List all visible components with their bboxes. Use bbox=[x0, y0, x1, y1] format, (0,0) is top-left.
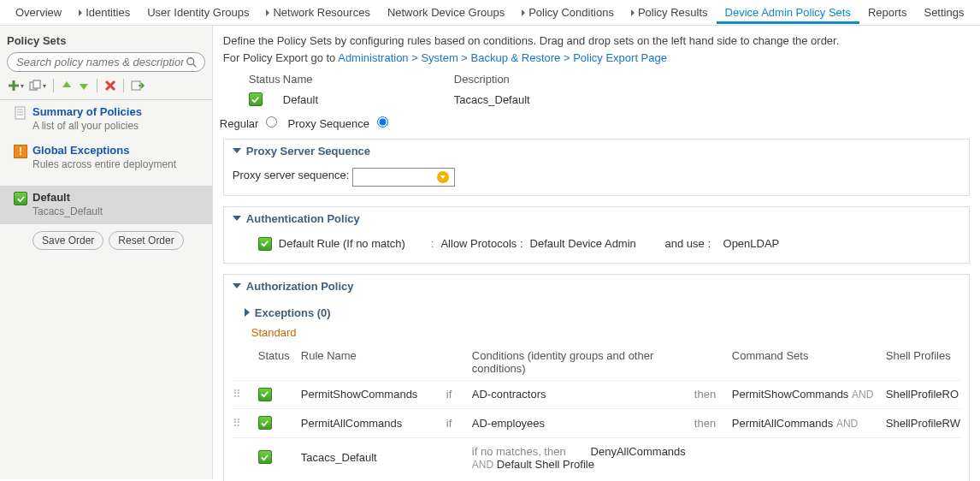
th-desc: Description bbox=[454, 73, 970, 86]
radio-proxy[interactable] bbox=[377, 116, 388, 128]
svg-line-1 bbox=[193, 63, 197, 67]
radio-regular[interactable] bbox=[266, 116, 277, 128]
row-desc: Tacacs_Default bbox=[454, 93, 970, 106]
radio-proxy-label[interactable]: Proxy Sequence bbox=[288, 117, 391, 130]
proxy-panel: Proxy Server Sequence Proxy server seque… bbox=[223, 139, 970, 196]
nav-policy-results[interactable]: Policy Results bbox=[623, 3, 717, 22]
proxy-panel-header[interactable]: Proxy Server Sequence bbox=[224, 140, 969, 163]
rule-shell: ShellProfileRO bbox=[886, 388, 960, 401]
rule-shell: ShellProfileRW bbox=[886, 417, 960, 430]
dropdown-icon bbox=[437, 171, 449, 183]
svg-rect-9 bbox=[15, 107, 25, 119]
radio-regular-label[interactable]: Regular bbox=[220, 117, 280, 130]
caret-right-icon bbox=[631, 9, 635, 16]
default-title: Default bbox=[32, 191, 204, 204]
reset-order-button[interactable]: Reset Order bbox=[109, 231, 183, 250]
rule-name: Tacacs_Default bbox=[301, 451, 446, 464]
rule-name: PermitAllCommands bbox=[301, 417, 446, 430]
rule-cmd: PermitShowCommands bbox=[732, 388, 849, 401]
sidebar-toolbar: ▾ ▾ bbox=[0, 77, 212, 100]
save-order-button[interactable]: Save Order bbox=[32, 231, 103, 250]
authn-protocol: Default Device Admin bbox=[530, 237, 658, 250]
proxy-seq-select[interactable] bbox=[352, 168, 455, 187]
default-sub: Tacacs_Default bbox=[32, 205, 204, 217]
authz-row: ⠿ PermitShowCommands if AD-contractors t… bbox=[233, 380, 960, 409]
th-status: Status bbox=[223, 73, 283, 86]
authn-allow-label: Allow Protocols : bbox=[440, 237, 522, 250]
main-content: Define the Policy Sets by configuring ru… bbox=[213, 26, 980, 481]
nav-reports[interactable]: Reports bbox=[859, 3, 916, 22]
caret-right-icon bbox=[522, 9, 525, 16]
authz-exceptions[interactable]: Exceptions (0) bbox=[233, 303, 960, 324]
nav-network-resources[interactable]: Network Resources bbox=[257, 3, 378, 22]
nav-identities[interactable]: Identities bbox=[70, 3, 139, 22]
nav-device-admin-policy-sets[interactable]: Device Admin Policy Sets bbox=[717, 3, 859, 24]
nav-settings[interactable]: Settings bbox=[915, 3, 972, 22]
description: Define the Policy Sets by configuring ru… bbox=[223, 33, 970, 66]
sidebar-global-exceptions[interactable]: ! Global Exceptions Rules across entire … bbox=[0, 139, 212, 177]
check-icon bbox=[14, 192, 27, 206]
search-input[interactable] bbox=[15, 55, 186, 69]
caret-right-icon bbox=[266, 9, 269, 16]
authn-panel-header[interactable]: Authentication Policy bbox=[224, 207, 969, 230]
rule-cond: AD-employees bbox=[472, 417, 694, 430]
row-name: Default bbox=[283, 93, 454, 106]
sidebar: Policy Sets ▾ ▾ Summary of Policies A li… bbox=[0, 26, 213, 479]
top-nav: Overview Identities User Identity Groups… bbox=[0, 0, 980, 26]
sidebar-summary[interactable]: Summary of Policies A list of all your p… bbox=[0, 100, 212, 139]
submit-button[interactable] bbox=[131, 80, 145, 92]
nav-user-identity-groups[interactable]: User Identity Groups bbox=[139, 3, 257, 22]
global-sub: Rules across entire deployment bbox=[32, 158, 204, 170]
policy-export-link[interactable]: Administration > System > Backup & Resto… bbox=[338, 51, 667, 64]
authz-default-row: Tacacs_Default if no matches, then DenyA… bbox=[233, 437, 960, 478]
authz-panel: Authorization Policy Exceptions (0) Stan… bbox=[223, 274, 970, 482]
drag-handle-icon[interactable]: ⠿ bbox=[233, 388, 239, 401]
authz-standard-label: Standard bbox=[233, 324, 960, 346]
check-icon bbox=[258, 237, 272, 251]
authn-rule-name: Default Rule (If no match) bbox=[279, 237, 424, 250]
add-button[interactable]: ▾ bbox=[7, 79, 24, 92]
duplicate-button[interactable]: ▾ bbox=[29, 80, 46, 92]
caret-right-icon bbox=[245, 308, 250, 317]
authn-panel: Authentication Policy Default Rule (If n… bbox=[223, 206, 970, 264]
document-icon bbox=[14, 106, 27, 120]
check-icon bbox=[258, 450, 272, 464]
policyset-row: Default Tacacs_Default bbox=[223, 89, 970, 110]
rule-cmd: DenyAllCommands bbox=[591, 445, 686, 458]
nav-policy-conditions[interactable]: Policy Conditions bbox=[513, 3, 623, 22]
sidebar-title: Policy Sets bbox=[0, 33, 212, 50]
authz-panel-header[interactable]: Authorization Policy bbox=[224, 275, 969, 298]
delete-button[interactable] bbox=[104, 80, 116, 92]
authn-anduse: and use : bbox=[665, 237, 717, 250]
nav-network-device-groups[interactable]: Network Device Groups bbox=[379, 3, 513, 22]
search-icon bbox=[186, 56, 198, 68]
rule-cmd: PermitAllCommands bbox=[732, 417, 833, 430]
global-title: Global Exceptions bbox=[32, 144, 204, 157]
authz-table-header: Status Rule Name Conditions (identity gr… bbox=[233, 346, 960, 380]
drag-handle-icon[interactable]: ⠿ bbox=[233, 417, 239, 430]
check-icon bbox=[258, 416, 272, 430]
authn-default-rule: Default Rule (If no match) : Allow Proto… bbox=[224, 230, 969, 258]
order-buttons: Save Order Reset Order bbox=[0, 224, 212, 257]
rule-shell: Default Shell Profile bbox=[497, 458, 594, 471]
move-up-button[interactable] bbox=[61, 80, 73, 92]
search-input-wrapper[interactable] bbox=[7, 52, 205, 72]
policyset-header-row: Status Name Description bbox=[223, 69, 970, 89]
caret-down-icon bbox=[233, 148, 241, 153]
authn-store: OpenLDAP bbox=[723, 237, 780, 250]
th-name: Name bbox=[283, 73, 454, 86]
check-icon bbox=[249, 92, 263, 106]
svg-rect-5 bbox=[33, 80, 40, 88]
check-icon bbox=[258, 388, 272, 401]
sidebar-policyset-default[interactable]: Default Tacacs_Default bbox=[0, 186, 212, 224]
svg-point-0 bbox=[187, 57, 194, 64]
summary-sub: A list of all your policies bbox=[32, 120, 204, 132]
warning-icon: ! bbox=[14, 145, 27, 158]
move-down-button[interactable] bbox=[78, 80, 90, 92]
rule-name: PermitShowCommands bbox=[301, 388, 446, 401]
summary-title: Summary of Policies bbox=[32, 105, 204, 118]
nav-overview[interactable]: Overview bbox=[7, 3, 70, 22]
caret-right-icon bbox=[79, 9, 82, 16]
proxy-seq-label: Proxy server sequence: bbox=[233, 169, 350, 181]
mode-radios: Regular Proxy Sequence bbox=[220, 114, 970, 130]
